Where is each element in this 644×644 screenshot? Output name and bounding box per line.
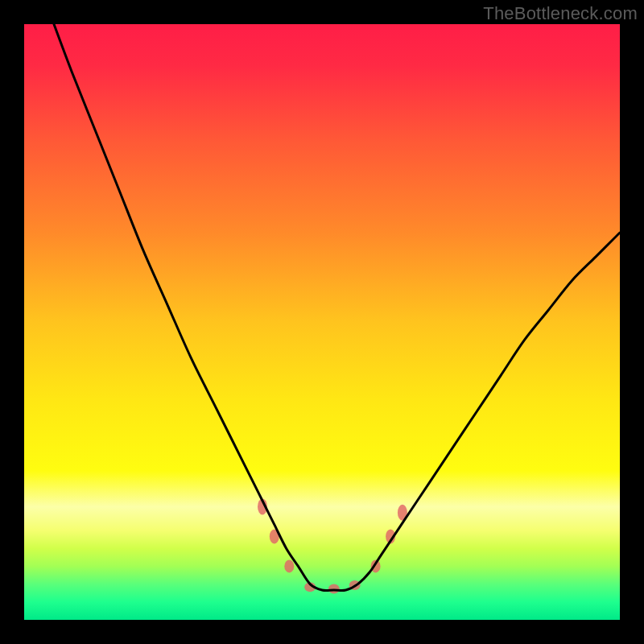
chart-frame: TheBottleneck.com: [0, 0, 644, 644]
watermark-text: TheBottleneck.com: [483, 3, 638, 24]
chart-svg: [24, 24, 620, 620]
marker-left-low: [284, 559, 294, 572]
plot-area: [24, 24, 620, 620]
bottleneck-curve: [54, 24, 620, 591]
markers-group: [258, 498, 407, 593]
